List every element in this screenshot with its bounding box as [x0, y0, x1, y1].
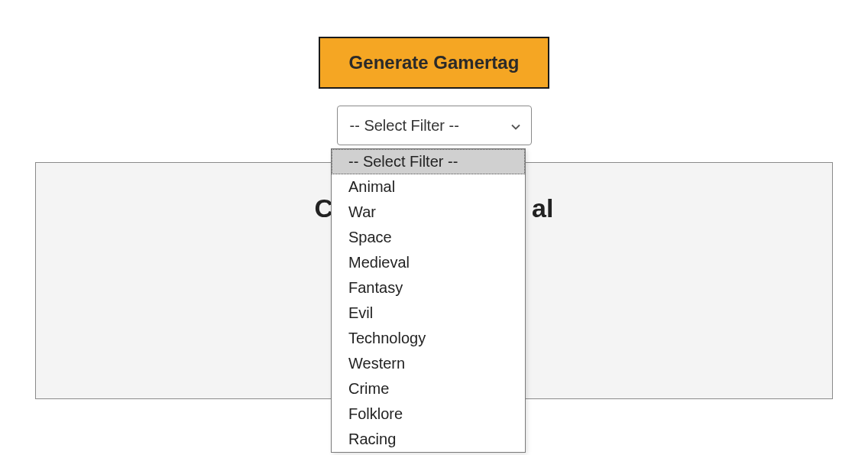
generate-button[interactable]: Generate Gamertag [319, 37, 550, 89]
chevron-down-icon [511, 117, 520, 135]
filter-option[interactable]: Fantasy [332, 275, 525, 301]
filter-option[interactable]: War [332, 200, 525, 225]
filter-selected-text: -- Select Filter -- [350, 117, 459, 135]
filter-option[interactable]: -- Select Filter -- [332, 149, 525, 174]
filter-select-wrap: -- Select Filter -- [337, 106, 532, 145]
filter-dropdown[interactable]: -- Select Filter -- Animal War Space Med… [331, 148, 526, 453]
filter-option[interactable]: Technology [332, 326, 525, 351]
filter-option[interactable]: Evil [332, 301, 525, 326]
filter-option[interactable]: Medieval [332, 250, 525, 275]
filter-option[interactable]: Western [332, 351, 525, 376]
filter-option[interactable]: Folklore [332, 401, 525, 427]
filter-option[interactable]: Animal [332, 174, 525, 200]
filter-option[interactable]: Space [332, 225, 525, 250]
result-title-right: al [532, 193, 553, 223]
filter-option[interactable]: Crime [332, 376, 525, 401]
filter-select[interactable]: -- Select Filter -- [337, 106, 532, 145]
filter-option[interactable]: Racing [332, 427, 525, 452]
